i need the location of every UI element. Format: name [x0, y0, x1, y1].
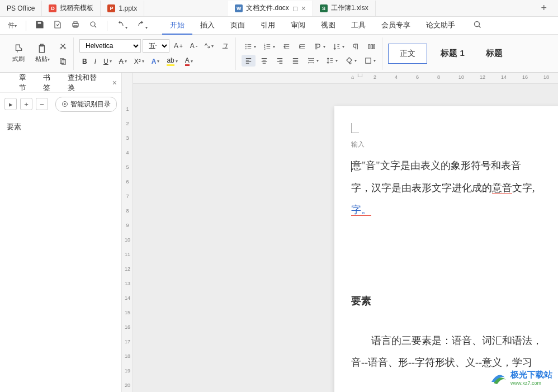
- menu-tab-insert[interactable]: 插入: [192, 17, 223, 35]
- word-icon: W: [235, 4, 243, 12]
- redo-button[interactable]: ▾: [133, 18, 151, 33]
- outline-expand-button[interactable]: ▸: [4, 98, 17, 110]
- style-heading1[interactable]: 标题 1: [433, 44, 472, 63]
- tab-office[interactable]: PS Office: [0, 1, 42, 16]
- align-center-button[interactable]: [257, 55, 271, 67]
- tab-window-icon[interactable]: ◻: [292, 4, 298, 12]
- separator: [107, 21, 107, 31]
- sidepanel-tab-findreplace[interactable]: 查找和替换: [67, 70, 105, 95]
- tab-label: 文档文件.docx: [246, 3, 289, 13]
- horizontal-ruler: ⌂ └┘ 2468101214161820: [133, 73, 558, 84]
- preview-button[interactable]: [86, 18, 101, 33]
- outline-item[interactable]: 要素: [7, 122, 115, 132]
- svg-point-4: [475, 22, 480, 27]
- sort-button[interactable]: ▾: [330, 41, 347, 53]
- menu-tab-page[interactable]: 页面: [223, 17, 253, 35]
- highlight-button[interactable]: ab▾: [164, 55, 180, 68]
- outline-add-button[interactable]: +: [20, 98, 32, 110]
- svg-point-11: [245, 44, 247, 45]
- border-button[interactable]: ▾: [361, 55, 379, 67]
- menu-tab-review[interactable]: 审阅: [283, 17, 313, 35]
- document-page[interactable]: 输入 意"音"文字是由表义的象形符号和表音 字，汉字是由表形文字进化成的意音文字…: [334, 106, 558, 392]
- menu-tab-assistant[interactable]: 论文助手: [418, 17, 463, 35]
- sidepanel-tab-bookmark[interactable]: 书签: [42, 70, 59, 95]
- doc-paragraph[interactable]: 字。: [351, 199, 558, 221]
- input-hint: 输入: [351, 140, 558, 149]
- cut-button[interactable]: [56, 40, 70, 52]
- sidepanel-close-icon[interactable]: ×: [112, 78, 117, 87]
- menu-tab-member[interactable]: 会员专享: [373, 17, 418, 35]
- tab-button[interactable]: [365, 41, 379, 53]
- sidepanel-tabs: 章节 书签 查找和替换 ×: [0, 73, 121, 93]
- document-area: 123456789101112131415161718192021 ⌂ └┘ 2…: [122, 73, 558, 392]
- sidepanel-tab-chapter[interactable]: 章节: [18, 70, 35, 95]
- search-button[interactable]: [469, 18, 486, 33]
- format-painter-button[interactable]: 式刷: [8, 41, 29, 65]
- superscript-button[interactable]: X²▾: [131, 56, 147, 67]
- tab-xlsx[interactable]: S 工作簿1.xlsx: [313, 1, 376, 16]
- strikethrough-button[interactable]: A▾: [116, 56, 130, 67]
- text-direction-button[interactable]: ▾: [311, 41, 328, 53]
- page-corner-marker: [351, 123, 359, 133]
- export-button[interactable]: [50, 18, 65, 33]
- doc-heading[interactable]: 要素: [351, 294, 558, 308]
- font-color-button[interactable]: A▾: [182, 55, 196, 68]
- undo-button[interactable]: ▾: [113, 18, 131, 33]
- outline-remove-button[interactable]: −: [36, 98, 48, 110]
- align-justify-button[interactable]: [289, 55, 302, 67]
- line-spacing-button[interactable]: ▾: [323, 55, 341, 67]
- doc-paragraph[interactable]: 意"音"文字是由表义的象形符号和表音: [351, 155, 558, 177]
- shrink-font-button[interactable]: A-: [187, 40, 200, 51]
- paste-button[interactable]: 粘贴▾: [31, 41, 54, 65]
- app-tabbar: PS Office D 找稻亮模板 P 1.pptx W 文档文件.docx ◻…: [0, 0, 558, 17]
- bold-button[interactable]: B: [79, 56, 90, 67]
- tab-ppt[interactable]: P 1.pptx: [101, 1, 144, 16]
- save-button[interactable]: [32, 18, 48, 33]
- copy-button[interactable]: [56, 55, 70, 67]
- vertical-ruler: 123456789101112131415161718192021: [122, 73, 133, 392]
- tab-close-icon[interactable]: ×: [301, 4, 306, 13]
- doc-paragraph[interactable]: 语言的三要素是：语音、词汇和语法，: [351, 330, 558, 352]
- menu-tab-tools[interactable]: 工具: [343, 17, 373, 35]
- grow-font-button[interactable]: A+: [171, 40, 186, 51]
- font-group: Helvetica 五号 A+ A- ᴬₐ▾ B I U▾ A▾ X²▾ A▾ …: [76, 37, 236, 70]
- menu-tab-view[interactable]: 视图: [313, 17, 343, 35]
- svg-point-13: [245, 48, 247, 49]
- font-family-select[interactable]: Helvetica: [79, 39, 141, 53]
- distribute-button[interactable]: ▾: [304, 55, 321, 67]
- number-list-button[interactable]: 123▾: [261, 41, 278, 53]
- menu-tab-reference[interactable]: 引用: [253, 17, 283, 35]
- change-case-button[interactable]: ᴬₐ▾: [202, 40, 216, 51]
- tab-label: 1.pptx: [119, 4, 137, 12]
- underline-button[interactable]: U▾: [101, 56, 115, 67]
- tab-label: 找稻亮模板: [60, 3, 93, 13]
- document-scroll[interactable]: 输入 意"音"文字是由表义的象形符号和表音 字，汉字是由表形文字进化成的意音文字…: [133, 84, 558, 392]
- style-body[interactable]: 正文: [388, 44, 427, 64]
- bullet-list-button[interactable]: ▾: [242, 41, 259, 53]
- print-button[interactable]: [68, 18, 83, 33]
- new-tab-button[interactable]: +: [541, 2, 547, 14]
- menu-tab-start[interactable]: 开始: [162, 17, 192, 35]
- styles-group: 正文 标题 1 标题: [385, 37, 514, 70]
- tab-doc[interactable]: W 文档文件.docx ◻ ×: [228, 1, 313, 16]
- italic-button[interactable]: I: [92, 56, 99, 67]
- align-right-button[interactable]: [273, 55, 287, 67]
- file-menu[interactable]: 件▾: [4, 18, 20, 32]
- navigation-panel: 章节 书签 查找和替换 × ▸ + − 智能识别目录 要素: [0, 73, 122, 392]
- clear-format-button[interactable]: [218, 40, 232, 52]
- align-left-button[interactable]: [242, 55, 256, 67]
- doc-paragraph[interactable]: 字，汉字是由表形文字进化成的意音文字,: [351, 177, 558, 200]
- font-size-select[interactable]: 五号: [143, 39, 169, 53]
- decrease-indent-button[interactable]: [280, 41, 294, 53]
- shading-button[interactable]: ▾: [342, 55, 360, 67]
- ruler-tab-marker[interactable]: ⌂ └┘: [351, 74, 364, 80]
- sidepanel-tools: ▸ + − 智能识别目录: [0, 93, 121, 115]
- style-heading2[interactable]: 标题: [478, 44, 510, 63]
- watermark-title: 极光下载站: [510, 370, 552, 380]
- smart-toc-button[interactable]: 智能识别目录: [55, 97, 117, 112]
- increase-indent-button[interactable]: [295, 41, 309, 53]
- menu-bar: 件▾ ▾ ▾ 开始 插入 页面 引用 审阅 视图 工具 会员专享 论文助手: [0, 17, 558, 35]
- tab-templates[interactable]: D 找稻亮模板: [42, 1, 101, 16]
- show-marks-button[interactable]: [349, 41, 363, 53]
- text-effect-button[interactable]: A▾: [149, 56, 163, 67]
